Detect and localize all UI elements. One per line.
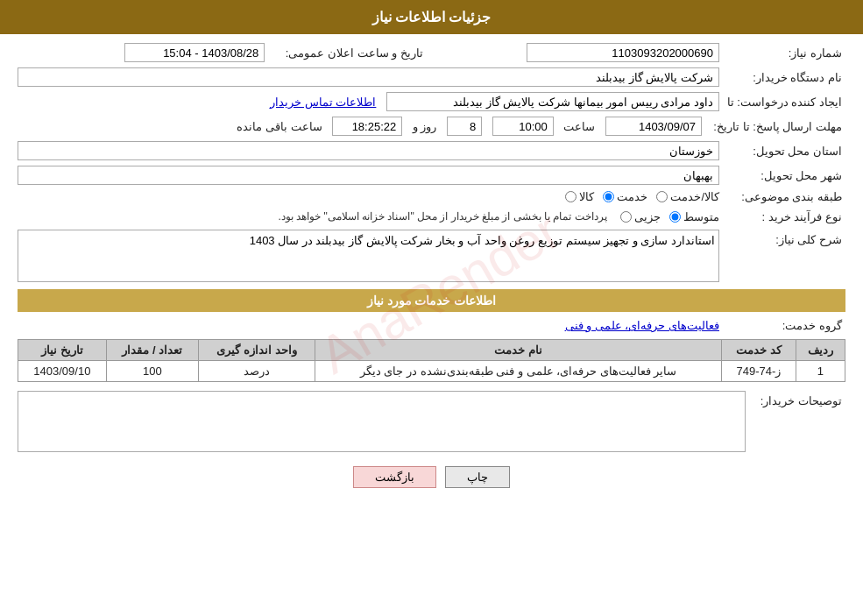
province-row: استان محل تحویل: bbox=[18, 141, 845, 160]
purchase-type-label: نوع فرآیند خرید : bbox=[723, 210, 845, 223]
category-khedmat-item: خدمت bbox=[603, 190, 647, 203]
button-row: چاپ بازگشت bbox=[18, 466, 845, 488]
description-textarea[interactable]: استاندارد سازی و تجهیز سیستم توزیع روغن … bbox=[18, 230, 719, 282]
city-input[interactable] bbox=[18, 166, 719, 185]
category-kala-khedmat-radio[interactable] bbox=[656, 191, 668, 202]
category-kala-khedmat-item: کالا/خدمت bbox=[656, 190, 719, 203]
deadline-time-input[interactable] bbox=[492, 117, 554, 136]
province-input[interactable] bbox=[18, 141, 719, 160]
category-kala-khedmat-label: کالا/خدمت bbox=[670, 190, 719, 203]
col-unit: واحد اندازه گیری bbox=[199, 340, 315, 361]
creator-contact-link[interactable]: اطلاعات تماس خریدار bbox=[270, 96, 376, 109]
table-row: 1 ز-74-749 سایر فعالیت‌های حرفه‌ای، علمی… bbox=[18, 361, 845, 382]
buyer-notes-label: توصیحات خریدار: bbox=[749, 391, 845, 407]
category-kala-radio[interactable] bbox=[565, 191, 577, 202]
deadline-days-label: روز و bbox=[413, 120, 437, 133]
buyer-station-input[interactable] bbox=[18, 67, 719, 87]
purchase-mottavasset-radio[interactable] bbox=[669, 211, 681, 223]
description-row: شرح کلی نیاز: استاندارد سازی و تجهیز سیس… bbox=[18, 230, 845, 282]
deadline-label: مهلت ارسال پاسخ: تا تاریخ: bbox=[705, 120, 845, 133]
cell-row-number: 1 bbox=[796, 361, 845, 382]
deadline-time-label: ساعت bbox=[563, 120, 595, 133]
category-kala-item: کالا bbox=[565, 190, 594, 203]
purchase-jozi-radio[interactable] bbox=[620, 211, 632, 223]
purchase-jozi-label: جزیی bbox=[634, 210, 661, 223]
cell-code: ز-74-749 bbox=[722, 361, 796, 382]
back-button[interactable]: بازگشت bbox=[353, 466, 436, 488]
cell-name: سایر فعالیت‌های حرفه‌ای، علمی و فنی طبقه… bbox=[315, 361, 721, 382]
cell-date: 1403/09/10 bbox=[18, 361, 107, 382]
group-service-row: گروه خدمت: فعالیت‌های حرفه‌ای، علمی و فن… bbox=[18, 319, 845, 332]
purchase-mottavasset-item: متوسط bbox=[669, 210, 719, 223]
niaz-number-row: شماره نیاز: تاریخ و ساعت اعلان عمومی: bbox=[18, 43, 845, 62]
province-label: استان محل تحویل: bbox=[723, 145, 845, 158]
cell-unit: درصد bbox=[199, 361, 315, 382]
deadline-days-input[interactable] bbox=[447, 117, 482, 136]
category-radio-group: کالا/خدمت خدمت کالا bbox=[565, 190, 719, 203]
deadline-date-input[interactable] bbox=[605, 117, 702, 136]
purchase-jozi-item: جزیی bbox=[620, 210, 661, 223]
category-row: طبقه بندی موضوعی: کالا/خدمت خدمت کالا bbox=[18, 190, 845, 203]
page-title: جزئیات اطلاعات نیاز bbox=[372, 10, 492, 25]
services-table: ردیف کد خدمت نام خدمت واحد اندازه گیری ت… bbox=[18, 339, 845, 382]
purchase-mottavasset-label: متوسط bbox=[683, 210, 719, 223]
buyer-notes-textarea[interactable] bbox=[18, 391, 746, 452]
buyer-station-label: نام دستگاه خریدار: bbox=[723, 71, 845, 84]
deadline-row: مهلت ارسال پاسخ: تا تاریخ: ساعت روز و سا… bbox=[18, 117, 845, 136]
purchase-type-row: نوع فرآیند خرید : متوسط جزیی پرداخت تمام… bbox=[18, 209, 845, 224]
creator-input[interactable] bbox=[386, 92, 719, 111]
group-service-value[interactable]: فعالیت‌های حرفه‌ای، علمی و فنی bbox=[565, 319, 719, 332]
description-label: شرح کلی نیاز: bbox=[723, 230, 845, 246]
niaz-number-label: شماره نیاز: bbox=[723, 46, 845, 60]
creator-label: ایجاد کننده درخواست: تا bbox=[723, 96, 845, 109]
buyer-notes-row: توصیحات خریدار: bbox=[18, 391, 845, 452]
services-section-title: اطلاعات خدمات مورد نیاز bbox=[367, 294, 497, 308]
services-section-header: اطلاعات خدمات مورد نیاز bbox=[18, 289, 845, 312]
col-name: نام خدمت bbox=[315, 340, 721, 361]
col-code: کد خدمت bbox=[722, 340, 796, 361]
purchase-type-radio-group: متوسط جزیی bbox=[620, 210, 719, 223]
col-quantity: تعداد / مقدار bbox=[106, 340, 198, 361]
buyer-station-row: نام دستگاه خریدار: bbox=[18, 67, 845, 87]
city-label: شهر محل تحویل: bbox=[723, 169, 845, 182]
print-button[interactable]: چاپ bbox=[445, 466, 510, 488]
deadline-remaining-label: ساعت باقی مانده bbox=[237, 120, 322, 133]
announce-date-label: تاریخ و ساعت اعلان عمومی: bbox=[268, 46, 443, 60]
page-header: جزئیات اطلاعات نیاز bbox=[0, 0, 863, 34]
creator-row: ایجاد کننده درخواست: تا اطلاعات تماس خری… bbox=[18, 92, 845, 111]
category-label: طبقه بندی موضوعی: bbox=[723, 190, 845, 203]
group-service-label: گروه خدمت: bbox=[723, 319, 845, 332]
purchase-notice: پرداخت تمام یا بخشی از مبلغ خریدار از مح… bbox=[279, 210, 607, 223]
cell-quantity: 100 bbox=[106, 361, 198, 382]
deadline-remaining-input[interactable] bbox=[332, 117, 402, 136]
category-kala-label: کالا bbox=[579, 190, 594, 203]
niaz-number-input[interactable] bbox=[527, 43, 719, 62]
category-khedmat-label: خدمت bbox=[617, 190, 647, 203]
category-khedmat-radio[interactable] bbox=[603, 191, 614, 202]
col-date: تاریخ نیاز bbox=[18, 340, 107, 361]
city-row: شهر محل تحویل: bbox=[18, 166, 845, 185]
col-row: ردیف bbox=[796, 340, 845, 361]
announce-date-input[interactable] bbox=[124, 43, 265, 62]
